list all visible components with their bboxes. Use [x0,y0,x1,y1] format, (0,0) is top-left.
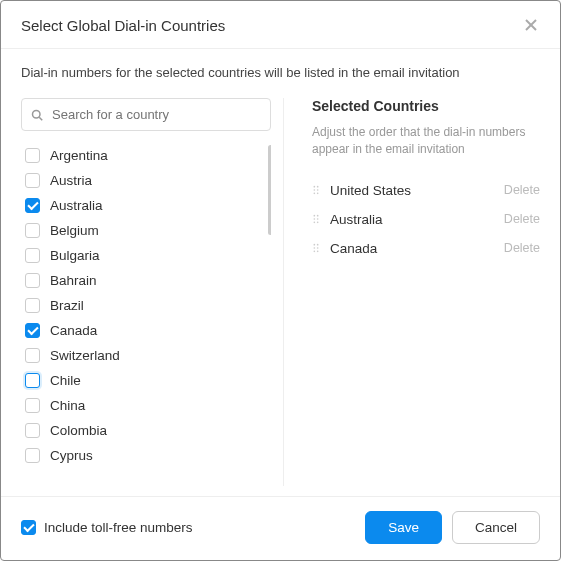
delete-link[interactable]: Delete [504,212,540,226]
country-checkbox[interactable] [25,223,40,238]
country-row[interactable]: China [21,393,263,418]
country-label: Canada [50,323,97,338]
country-label: Austria [50,173,92,188]
svg-point-8 [314,193,316,195]
svg-point-4 [314,186,316,188]
country-row[interactable]: Bulgaria [21,243,263,268]
modal-title: Select Global Dial-in Countries [21,17,225,34]
modal-body: Dial-in numbers for the selected countri… [1,49,560,496]
country-row[interactable]: Bahrain [21,268,263,293]
selected-row-left: United States [312,183,411,198]
footer-left: Include toll-free numbers [21,520,193,535]
close-button[interactable] [524,18,540,34]
country-checkbox[interactable] [25,148,40,163]
selected-row: AustraliaDelete [312,205,540,234]
svg-point-16 [314,244,316,246]
scrollbar-thumb[interactable] [268,145,271,235]
svg-point-5 [317,186,319,188]
footer-right: Save Cancel [365,511,540,544]
country-row[interactable]: Australia [21,193,263,218]
country-row[interactable]: Brazil [21,293,263,318]
search-input[interactable] [21,98,271,131]
svg-point-13 [317,218,319,220]
country-row[interactable]: Argentina [21,143,263,168]
selected-row: United StatesDelete [312,176,540,205]
country-row[interactable]: Austria [21,168,263,193]
country-label: Argentina [50,148,108,163]
selected-countries-panel: Selected Countries Adjust the order that… [283,98,540,486]
country-row[interactable]: Chile [21,368,263,393]
selected-country-label: Australia [330,212,383,227]
svg-point-21 [317,251,319,253]
country-row[interactable]: Belgium [21,218,263,243]
country-checkbox[interactable] [25,398,40,413]
columns: ArgentinaAustriaAustraliaBelgiumBulgaria… [21,98,540,486]
country-label: Australia [50,198,103,213]
svg-point-7 [317,189,319,191]
country-row[interactable]: Colombia [21,418,263,443]
selected-country-label: United States [330,183,411,198]
close-icon [524,18,538,32]
drag-handle-icon[interactable] [312,243,320,253]
svg-point-12 [314,218,316,220]
country-label: Bahrain [50,273,97,288]
svg-point-18 [314,247,316,249]
selected-header: Selected Countries [312,98,540,114]
country-label: Bulgaria [50,248,100,263]
country-label: Brazil [50,298,84,313]
svg-point-17 [317,244,319,246]
selected-country-label: Canada [330,241,377,256]
svg-point-6 [314,189,316,191]
country-label: Switzerland [50,348,120,363]
selected-subtext: Adjust the order that the dial-in number… [312,124,540,158]
dialin-modal: Select Global Dial-in Countries Dial-in … [0,0,561,561]
svg-point-14 [314,222,316,224]
country-checkbox[interactable] [25,173,40,188]
country-checkbox[interactable] [25,448,40,463]
country-label: Belgium [50,223,99,238]
svg-point-19 [317,247,319,249]
country-checkbox[interactable] [25,273,40,288]
selected-row-left: Australia [312,212,383,227]
drag-handle-icon[interactable] [312,185,320,195]
selected-row-left: Canada [312,241,377,256]
delete-link[interactable]: Delete [504,241,540,255]
svg-point-9 [317,193,319,195]
country-checkbox[interactable] [25,298,40,313]
toll-free-checkbox[interactable] [21,520,36,535]
country-checkbox[interactable] [25,348,40,363]
country-list[interactable]: ArgentinaAustriaAustraliaBelgiumBulgaria… [21,143,271,486]
available-countries-panel: ArgentinaAustriaAustraliaBelgiumBulgaria… [21,98,271,486]
cancel-button[interactable]: Cancel [452,511,540,544]
search-wrap [21,98,271,131]
toll-free-label: Include toll-free numbers [44,520,193,535]
save-button[interactable]: Save [365,511,442,544]
drag-handle-icon[interactable] [312,214,320,224]
svg-point-2 [33,110,41,118]
svg-point-11 [317,215,319,217]
svg-point-15 [317,222,319,224]
selected-list: United StatesDeleteAustraliaDeleteCanada… [312,176,540,263]
modal-header: Select Global Dial-in Countries [1,1,560,49]
modal-footer: Include toll-free numbers Save Cancel [1,496,560,560]
country-checkbox[interactable] [25,248,40,263]
svg-point-20 [314,251,316,253]
country-label: Chile [50,373,81,388]
svg-point-10 [314,215,316,217]
country-checkbox[interactable] [25,198,40,213]
country-checkbox[interactable] [25,373,40,388]
country-label: China [50,398,85,413]
country-row[interactable]: Canada [21,318,263,343]
delete-link[interactable]: Delete [504,183,540,197]
selected-row: CanadaDelete [312,234,540,263]
country-label: Colombia [50,423,107,438]
search-icon [31,109,43,121]
modal-subtitle: Dial-in numbers for the selected countri… [21,65,540,80]
country-checkbox[interactable] [25,423,40,438]
country-label: Cyprus [50,448,93,463]
svg-line-3 [39,117,42,120]
country-row[interactable]: Cyprus [21,443,263,468]
country-checkbox[interactable] [25,323,40,338]
country-row[interactable]: Switzerland [21,343,263,368]
